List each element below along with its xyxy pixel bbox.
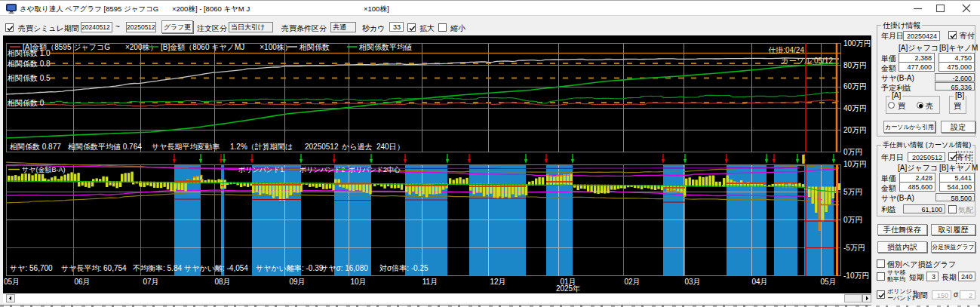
svg-text:100万円: 100万円: [843, 39, 871, 48]
svg-text:相関係数 0.5: 相関係数 0.5: [7, 74, 51, 82]
svg-text:ボリンバンド1: ボリンバンド1: [238, 166, 284, 173]
svg-text:仕掛:04/24: 仕掛:04/24: [768, 46, 804, 54]
svg-text:08月: 08月: [214, 278, 230, 286]
svg-text:カーソル:05/12: カーソル:05/12: [781, 57, 833, 65]
svg-text:サヤ長平均: 60,754: サヤ長平均: 60,754: [61, 264, 127, 272]
svg-text:04月: 04月: [751, 278, 767, 286]
svg-text:10月: 10月: [350, 278, 366, 286]
svg-text:05月: 05月: [4, 278, 20, 286]
svg-text:相関係数平均値 0.764: 相関係数平均値 0.764: [67, 143, 142, 151]
svg-text:2025年: 2025年: [556, 284, 580, 293]
svg-text:12月: 12月: [490, 278, 505, 286]
svg-text:相関係数 0.8: 相関係数 0.8: [7, 60, 51, 68]
svg-text:60万円: 60万円: [843, 82, 867, 91]
svg-text:06月: 06月: [74, 278, 90, 286]
svg-text:サヤ(金額B-A): サヤ(金額B-A): [22, 166, 65, 173]
svg-text:不均衡率: 5.84: 不均衡率: 5.84: [133, 264, 182, 272]
svg-text:20万円: 20万円: [843, 126, 867, 134]
svg-text:ボリバンド2中心: ボリバンド2中心: [349, 166, 401, 173]
svg-text:11月: 11月: [422, 278, 438, 286]
svg-text:-5万円: -5万円: [843, 244, 865, 252]
svg-text:-10万円: -10万円: [843, 272, 869, 280]
svg-text:1.2%（計算期間は: 1.2%（計算期間は: [230, 143, 293, 151]
svg-text:から過去: から過去: [342, 143, 372, 151]
svg-text:02月: 02月: [624, 278, 640, 286]
svg-text:0万円: 0万円: [843, 148, 863, 156]
svg-text:対σ倍率: -0.25: 対σ倍率: -0.25: [379, 264, 429, 272]
svg-text:09月: 09月: [289, 278, 305, 286]
svg-text:05月: 05月: [820, 278, 836, 286]
svg-text:240日）: 240日）: [376, 143, 404, 151]
svg-text:10万円: 10万円: [843, 160, 867, 168]
svg-text:相関係数 1.0: 相関係数 1.0: [7, 49, 51, 57]
svg-text:サヤ長期平均変動率: サヤ長期平均変動率: [152, 143, 220, 151]
svg-text:サヤσ: 16,080: サヤσ: 16,080: [321, 264, 368, 272]
svg-text:相関係数 0.877: 相関係数 0.877: [9, 143, 61, 151]
svg-text:サヤかい離率: -0.39: サヤかい離率: -0.39: [256, 264, 324, 272]
svg-text:03月: 03月: [684, 278, 700, 286]
svg-text:相関係数: 相関係数: [299, 43, 330, 51]
svg-text:相関係数 0: 相関係数 0: [7, 99, 45, 107]
svg-text:[B]金額（8060 キヤノMJ ×100株）: [B]金額（8060 キヤノMJ ×100株）: [161, 43, 292, 51]
svg-text:サヤ: 56,700: サヤ: 56,700: [10, 264, 53, 272]
svg-text:40万円: 40万円: [843, 104, 867, 112]
svg-text:0万円: 0万円: [843, 216, 863, 224]
svg-text:サヤかい離: -4,054: サヤかい離: -4,054: [184, 264, 248, 272]
svg-text:20250512: 20250512: [305, 143, 339, 151]
svg-text:80万円: 80万円: [843, 61, 867, 69]
svg-text:相関係数平均値: 相関係数平均値: [358, 43, 412, 51]
svg-text:07月: 07月: [143, 278, 158, 286]
svg-text:5万円: 5万円: [843, 188, 863, 196]
